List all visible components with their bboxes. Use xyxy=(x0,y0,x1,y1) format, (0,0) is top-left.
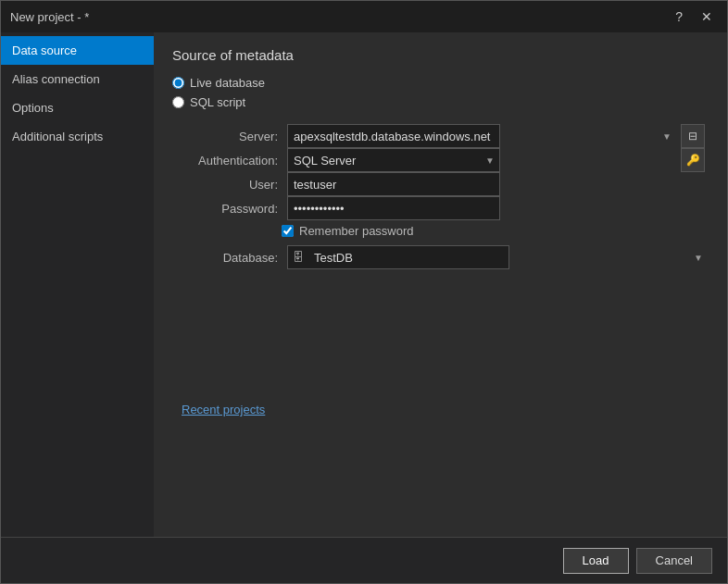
auth-label: Authentication: xyxy=(182,154,283,168)
user-label: User: xyxy=(182,178,283,192)
radio-live-database[interactable]: Live database xyxy=(172,76,709,90)
user-row: User: xyxy=(182,172,709,196)
database-label: Database: xyxy=(182,251,283,265)
auth-row: Authentication: SQL Server ▼ 🔑 xyxy=(182,148,709,172)
server-browse-button[interactable]: ⊟ xyxy=(681,124,705,148)
auth-icon-button[interactable]: 🔑 xyxy=(681,148,705,172)
server-input-wrapper: ▼ xyxy=(287,124,677,148)
dialog-body: Data source Alias connection Options Add… xyxy=(1,32,727,537)
title-bar-buttons: ? ✕ xyxy=(670,7,718,26)
remember-password-row: Remember password xyxy=(282,224,709,238)
database-dropdown-arrow: ▼ xyxy=(694,253,703,263)
radio-sql-label: SQL script xyxy=(190,95,245,109)
password-label: Password: xyxy=(182,202,283,216)
remember-password-label[interactable]: Remember password xyxy=(299,224,414,238)
close-button[interactable]: ✕ xyxy=(696,7,718,26)
database-select-wrapper: 🗄 TestDB ▼ xyxy=(287,245,709,269)
server-input[interactable] xyxy=(287,124,500,148)
cancel-button[interactable]: Cancel xyxy=(636,548,712,574)
user-input[interactable] xyxy=(287,172,500,196)
server-label: Server: xyxy=(182,130,283,143)
auth-key-icon: 🔑 xyxy=(686,154,700,167)
radio-live-input[interactable] xyxy=(172,77,184,89)
remember-password-checkbox[interactable] xyxy=(282,225,294,237)
radio-live-label: Live database xyxy=(190,76,265,90)
database-select[interactable]: TestDB xyxy=(287,245,509,269)
footer: Load Cancel xyxy=(1,537,727,583)
password-row: Password: xyxy=(182,196,709,220)
dialog: New project - * ? ✕ Data source Alias co… xyxy=(0,0,728,584)
database-row: Database: 🗄 TestDB ▼ xyxy=(182,245,709,269)
recent-projects-link[interactable]: Recent projects xyxy=(182,403,709,416)
sidebar: Data source Alias connection Options Add… xyxy=(1,32,154,537)
auth-select-wrapper: SQL Server ▼ xyxy=(287,148,500,172)
sidebar-item-additional-scripts[interactable]: Additional scripts xyxy=(1,122,154,151)
server-row: Server: ▼ ⊟ xyxy=(182,124,709,148)
dialog-title: New project - * xyxy=(10,10,89,24)
help-button[interactable]: ? xyxy=(670,7,688,26)
auth-select[interactable]: SQL Server xyxy=(287,148,500,172)
server-dropdown-arrow: ▼ xyxy=(662,131,672,142)
server-browse-icon: ⊟ xyxy=(688,130,697,143)
load-button[interactable]: Load xyxy=(563,548,629,574)
radio-sql-script[interactable]: SQL script xyxy=(172,95,709,109)
main-content: Source of metadata Live database SQL scr… xyxy=(154,32,727,537)
radio-group: Live database SQL script xyxy=(172,76,709,109)
sidebar-item-alias-connection[interactable]: Alias connection xyxy=(1,65,154,93)
section-title: Source of metadata xyxy=(172,47,709,63)
sidebar-item-options[interactable]: Options xyxy=(1,93,154,122)
password-input[interactable] xyxy=(287,196,500,220)
radio-sql-input[interactable] xyxy=(172,96,184,108)
sidebar-item-data-source[interactable]: Data source xyxy=(1,36,154,65)
title-bar: New project - * ? ✕ xyxy=(1,1,727,32)
